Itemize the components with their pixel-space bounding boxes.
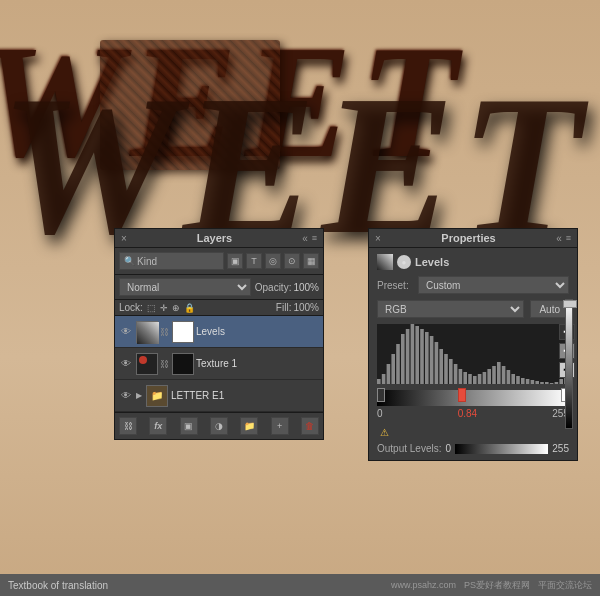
layer-name-texture1: Texture 1: [196, 358, 319, 369]
new-layer-icon[interactable]: +: [271, 417, 289, 435]
channel-row: RGB Auto: [377, 300, 569, 318]
properties-menu-icon[interactable]: ≡: [566, 233, 571, 243]
svg-rect-24: [478, 374, 482, 384]
preset-row: Preset: Custom: [377, 276, 569, 294]
svg-rect-8: [401, 334, 405, 384]
lock-all-icon[interactable]: 🔒: [184, 303, 195, 313]
input-gradient-bar: [377, 390, 569, 406]
svg-rect-32: [516, 376, 520, 384]
layer-name-letter-e1: LETTER E1: [171, 390, 319, 401]
output-max-value[interactable]: 255: [552, 443, 569, 454]
svg-rect-36: [535, 381, 539, 384]
layer-name-levels: Levels: [196, 326, 319, 337]
svg-rect-14: [430, 336, 434, 384]
svg-rect-40: [555, 382, 559, 384]
layers-panel-header: × Layers « ≡: [115, 229, 323, 248]
svg-rect-39: [550, 383, 554, 384]
add-adjustment-icon[interactable]: ◑: [210, 417, 228, 435]
layer-thumb-texture1: [136, 353, 158, 375]
visibility-icon-letter-e1[interactable]: 👁: [119, 389, 133, 403]
layer-thumb-folder: 📁: [146, 385, 168, 407]
new-group-icon[interactable]: 📁: [240, 417, 258, 435]
layers-search-toolbar: 🔍 Kind ▣ T ◎ ⊙ ▦: [115, 248, 323, 275]
filter-pixel-icon[interactable]: ▣: [227, 253, 243, 269]
svg-rect-33: [521, 378, 525, 384]
fill-value[interactable]: 100%: [293, 302, 319, 313]
filter-text-icon[interactable]: T: [246, 253, 262, 269]
svg-rect-29: [502, 366, 506, 384]
output-levels-slider[interactable]: [455, 444, 548, 454]
filter-more-icon[interactable]: ▦: [303, 253, 319, 269]
lock-label: Lock:: [119, 302, 143, 313]
layers-collapse-icon[interactable]: «: [302, 233, 308, 244]
svg-rect-9: [406, 329, 410, 384]
properties-vertical-slider[interactable]: [565, 299, 573, 429]
status-right-area: www.psahz.com PS爱好者教程网 平面交流论坛: [391, 579, 592, 592]
svg-rect-34: [526, 379, 530, 384]
svg-rect-37: [540, 382, 544, 384]
svg-rect-1: [377, 254, 393, 270]
layer-row-letter-e1[interactable]: 👁 ▶ 📁 LETTER E1: [115, 380, 323, 412]
svg-rect-10: [411, 324, 415, 384]
svg-rect-0: [137, 322, 159, 344]
svg-rect-6: [391, 354, 395, 384]
input-levels-values: 0 0.84 255: [377, 408, 569, 419]
properties-panel-header: × Properties « ≡: [369, 229, 577, 248]
layers-menu-icon[interactable]: ≡: [312, 233, 317, 243]
blend-mode-row: Normal Opacity: 100%: [115, 275, 323, 300]
histogram-container: ✒ ✒ ✒: [377, 324, 569, 384]
visibility-icon-texture1[interactable]: 👁: [119, 357, 133, 371]
histogram-display: [377, 324, 569, 384]
layers-search-bar[interactable]: 🔍 Kind: [119, 252, 224, 270]
link-layers-icon[interactable]: ⛓: [119, 417, 137, 435]
svg-rect-23: [473, 376, 477, 384]
warning-row: ⚠: [377, 425, 569, 439]
vertical-slider-thumb[interactable]: [563, 300, 577, 308]
folder-expand-icon[interactable]: ▶: [136, 391, 142, 400]
svg-rect-5: [387, 364, 391, 384]
opacity-value[interactable]: 100%: [293, 282, 319, 293]
red-dot-indicator: [139, 356, 147, 364]
add-mask-icon[interactable]: ▣: [180, 417, 198, 435]
svg-rect-19: [454, 364, 458, 384]
preset-select[interactable]: Custom: [418, 276, 569, 294]
levels-icon-row: ● Levels: [377, 254, 569, 270]
output-min-value[interactable]: 0: [445, 443, 451, 454]
visibility-icon-levels[interactable]: 👁: [119, 325, 133, 339]
delete-layer-icon[interactable]: 🗑: [301, 417, 319, 435]
svg-rect-12: [420, 329, 424, 384]
lock-pixel-icon[interactable]: ⬚: [147, 303, 156, 313]
properties-close-icon[interactable]: ×: [375, 233, 381, 244]
levels-section-title: Levels: [415, 256, 449, 268]
svg-rect-15: [435, 342, 439, 384]
properties-collapse-icon[interactable]: «: [556, 233, 562, 244]
black-point-slider[interactable]: [377, 388, 385, 402]
properties-panel-controls: « ≡: [556, 233, 571, 244]
channel-select[interactable]: RGB: [377, 300, 524, 318]
input-min-value[interactable]: 0: [377, 408, 383, 419]
blend-mode-select[interactable]: Normal: [119, 278, 251, 296]
layer-row-levels[interactable]: 👁 ⛓ Levels: [115, 316, 323, 348]
svg-rect-3: [377, 379, 381, 384]
fx-icon[interactable]: fx: [149, 417, 167, 435]
filter-smart-icon[interactable]: ⊙: [284, 253, 300, 269]
kind-label: Kind: [137, 256, 157, 267]
layer-mask-texture1: [172, 353, 194, 375]
fill-label: Fill:: [276, 302, 292, 313]
midpoint-slider[interactable]: [458, 388, 466, 402]
svg-rect-41: [559, 379, 563, 384]
svg-rect-2: [377, 324, 569, 384]
lock-artboard-icon[interactable]: ⊕: [172, 303, 180, 313]
search-icon: 🔍: [124, 256, 135, 266]
svg-rect-22: [468, 374, 472, 384]
layer-row-texture1[interactable]: 👁 ⛓ Texture 1: [115, 348, 323, 380]
lock-move-icon[interactable]: ✛: [160, 303, 168, 313]
layers-panel-controls: « ≡: [302, 233, 317, 244]
layer-thumb-levels: [136, 321, 158, 343]
input-mid-value[interactable]: 0.84: [458, 408, 477, 419]
filter-shape-icon[interactable]: ◎: [265, 253, 281, 269]
layers-close-icon[interactable]: ×: [121, 233, 127, 244]
warning-triangle-icon: ⚠: [377, 425, 391, 439]
opacity-label: Opacity:: [255, 282, 292, 293]
levels-visibility-toggle[interactable]: ●: [397, 255, 411, 269]
